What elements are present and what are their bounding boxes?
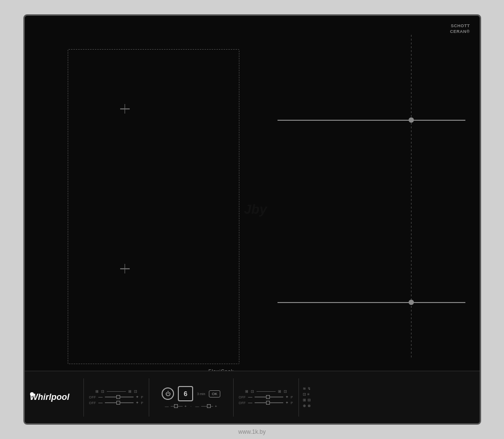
burner-bottom-left	[120, 264, 130, 273]
zone1-p-label2[interactable]: P	[141, 401, 144, 405]
r-icon-7: ⊕	[303, 404, 306, 408]
zone4-p-label[interactable]: P	[291, 401, 293, 405]
zone2-slider-dot	[116, 401, 120, 405]
zone3-minus-btn[interactable]: —	[248, 395, 252, 399]
r-icon-6: ⊟	[308, 398, 311, 402]
right-icon-row-2: ⊡ ≡	[303, 392, 316, 397]
zone1-icon-1: ⊞	[95, 389, 99, 394]
timer-unit-label: 3 min	[197, 392, 205, 396]
zone1-plus-btn[interactable]: +	[136, 395, 138, 399]
burner-top-left	[120, 104, 130, 114]
glass-watermark: Jby	[244, 202, 267, 217]
zone4-off-label[interactable]: OFF	[238, 401, 246, 405]
center-slider-left[interactable]	[171, 406, 183, 407]
zone34-icon-4: ⊡	[284, 389, 287, 394]
zone4-plus-btn[interactable]: +	[286, 400, 288, 405]
zone34-indicator-line	[257, 391, 276, 392]
center-minus-right[interactable]: —	[195, 404, 199, 408]
zone1-row1: OFF — + P	[89, 395, 143, 399]
website-watermark: www.1k.by	[238, 429, 266, 435]
zone1-icon-3: ⊞	[128, 389, 132, 394]
right-icon-row-1: ≋ ↯	[303, 387, 316, 391]
zone4-minus-btn[interactable]: —	[248, 400, 252, 405]
center-slider-left-dot	[174, 404, 178, 408]
burner-dot-bottom	[409, 300, 414, 305]
zone3-plus-btn[interactable]: +	[286, 395, 288, 399]
zone1-row2: OFF — + P	[89, 400, 143, 405]
zone34-controls: ⊞ ⊡ ⊞ ⊡ OFF — + P OFF — + P	[237, 389, 295, 406]
r-icon-5: ⊞	[303, 398, 306, 402]
zone3-off-label[interactable]: OFF	[238, 396, 246, 399]
zone1-slider-dot	[116, 395, 120, 399]
burner-dot-top	[409, 117, 414, 123]
zone1-p-label[interactable]: P	[141, 396, 144, 399]
r-icon-1: ≋	[303, 387, 306, 391]
center-controls: ⏻ 6 3 min OK — + · —	[153, 386, 229, 408]
right-icon-row-3: ⊞ ⊟	[303, 398, 316, 402]
zone2-slider[interactable]	[105, 402, 134, 403]
r-icon-3: ⊡	[303, 392, 306, 397]
burner-cross-icon	[120, 104, 130, 114]
center-top-row: ⏻ 6 3 min OK	[162, 386, 220, 401]
zone1-off-label2[interactable]: OFF	[89, 401, 96, 405]
power-icon: ⏻	[165, 391, 171, 397]
zone3-slider-dot	[266, 395, 270, 399]
zone34-icons-row: ⊞ ⊡ ⊞ ⊡	[245, 389, 287, 394]
cooktop: SCHOTT CERAN® FlexiCook Jby Whirlpool	[23, 14, 481, 425]
zone1-indicator-line	[107, 391, 126, 392]
whirlpool-logo: Whirlpool	[32, 392, 75, 402]
divider-2	[149, 378, 149, 417]
flexi-cook-zone: FlexiCook	[68, 49, 239, 364]
timer-value: 6	[184, 390, 187, 397]
zone1-icons-row: ⊞ ⊡ ⊞ ⊡	[95, 389, 137, 394]
zone3-row1: OFF — + P	[238, 395, 293, 399]
center-bottom-row: — + · — +	[165, 404, 217, 408]
r-icon-2: ↯	[308, 387, 311, 391]
zone1-minus-btn2[interactable]: —	[98, 400, 103, 405]
power-button[interactable]: ⏻	[162, 387, 174, 400]
timer-display[interactable]: 6	[178, 386, 193, 401]
zone1-slider[interactable]	[105, 397, 134, 397]
center-dot-sep: ·	[190, 404, 191, 408]
r-icon-8: ⊗	[308, 404, 311, 408]
brand-name: Whirlpool	[30, 392, 34, 396]
center-minus-left[interactable]: —	[165, 404, 169, 408]
center-slider-right[interactable]	[201, 406, 213, 407]
right-side-icons: ≋ ↯ ⊡ ≡ ⊞ ⊟ ⊕ ⊗	[303, 387, 316, 408]
zone1-controls: ⊞ ⊡ ⊞ ⊡ OFF — + P OFF — + P	[88, 389, 145, 406]
zone3-slider[interactable]	[255, 397, 283, 397]
ok-button[interactable]: OK	[209, 390, 220, 397]
center-slider-right-dot	[207, 404, 211, 408]
zone1-icon-2: ⊡	[101, 389, 104, 394]
zone34-icon-2: ⊡	[251, 389, 254, 394]
zone1-off-label[interactable]: OFF	[89, 396, 96, 399]
zone4-slider[interactable]	[255, 402, 283, 403]
burner-h-line-top	[278, 120, 465, 121]
vertical-divider-line	[411, 35, 412, 359]
center-plus-left[interactable]: +	[185, 404, 187, 408]
zone1-minus-btn[interactable]: —	[98, 395, 103, 399]
right-section	[278, 16, 480, 423]
divider-1	[83, 378, 84, 417]
right-icon-row-4: ⊕ ⊗	[303, 404, 316, 408]
zone1-icon-4: ⊡	[134, 389, 137, 394]
zone34-icon-1: ⊞	[245, 389, 248, 394]
zone3-p-label[interactable]: P	[291, 396, 293, 399]
control-panel: Whirlpool ⊞ ⊡ ⊞ ⊡ OFF — + P OFF —	[25, 371, 480, 423]
divider-4	[298, 378, 299, 417]
zone1-plus-btn2[interactable]: +	[136, 400, 138, 405]
burner-cross-icon-2	[120, 264, 130, 273]
burner-h-line-bottom	[278, 302, 465, 303]
zone34-icon-3: ⊞	[278, 389, 281, 394]
zone4-slider-dot	[266, 401, 270, 405]
r-icon-4: ≡	[308, 392, 310, 397]
zone4-row1: OFF — + P	[238, 400, 293, 405]
divider-3	[233, 378, 234, 417]
center-plus-right[interactable]: +	[215, 404, 217, 408]
